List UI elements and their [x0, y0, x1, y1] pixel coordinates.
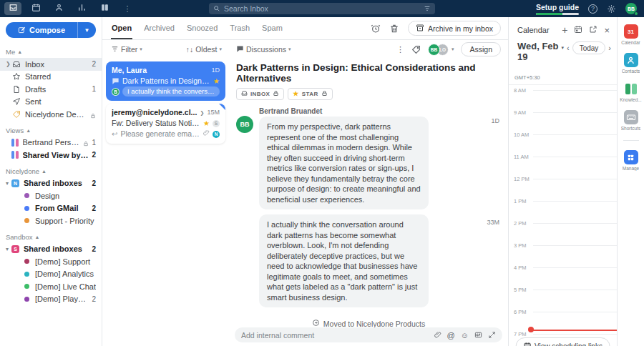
inbox-color-dot [24, 218, 29, 223]
compose-dropdown-button[interactable]: ▼ [77, 22, 96, 38]
sidebar-item-bertrand-personal-view[interactable]: Bertrand Personal ... 1 [0, 137, 102, 149]
sidebar-item-shared-view[interactable]: Shared View by Ber... 2 [0, 149, 102, 162]
compose-button[interactable]: Compose [6, 26, 77, 35]
archive-button[interactable]: Archive in my inbox [408, 21, 501, 36]
setup-guide-button[interactable]: Setup guide [536, 3, 579, 15]
conversation-time: 15M [207, 107, 220, 118]
more-options-icon[interactable]: ⋮ [396, 45, 404, 54]
inbox-nav-button[interactable] [4, 2, 21, 15]
sidebar-item-demo-live-chat[interactable]: [Demo] Live Chat [0, 280, 102, 293]
topbar: ⋮ Setup guide ? BB [0, 0, 644, 17]
user-avatar[interactable]: BB [625, 3, 637, 14]
filter-dropdown[interactable]: Filter ▾ [111, 45, 142, 54]
inbox-label-badge[interactable]: INBOX [236, 88, 284, 100]
calendar-day-grid[interactable]: 8 AM 9 AM 10 AM 11 AM 12 PM 1 PM 2 PM 3 … [509, 84, 617, 346]
analytics-nav-button[interactable] [73, 2, 90, 15]
section-header-sandbox[interactable]: Sandbox▲ [0, 227, 102, 243]
search-icon [213, 2, 220, 15]
today-button[interactable]: Today [572, 41, 606, 54]
tab-snoozed[interactable]: Snoozed [186, 17, 218, 39]
label-tag-icon[interactable] [411, 45, 421, 54]
snooze-icon[interactable] [371, 24, 381, 34]
chevron-down-icon[interactable]: ▾ [561, 45, 564, 51]
view-scheduling-links-button[interactable]: View scheduling links [515, 337, 610, 346]
gif-image-icon[interactable] [474, 331, 482, 339]
inbox-color-dot [24, 259, 29, 264]
assignee-avatars[interactable]: BB LO ▾ [428, 44, 454, 56]
comment-input[interactable] [241, 331, 434, 340]
assign-button[interactable]: Assign [461, 42, 501, 56]
conversation-item[interactable]: jeremy@nicelydone.cl... ❯ 15M Fw: Delive… [106, 104, 225, 144]
sidebar-item-starred[interactable]: Starred [0, 71, 102, 84]
rail-item-shortcuts[interactable]: Shortcuts [618, 110, 644, 131]
sidebar-item-nicelydone-design[interactable]: Nicelydone Design [0, 108, 102, 121]
expand-icon[interactable] [488, 331, 496, 339]
sidebar-item-demo-analytics[interactable]: [Demo] Analytics [0, 268, 102, 281]
inbox-color-dot [24, 206, 29, 211]
list-thread-header: Open Archived Snoozed Trash Spam Archive… [102, 17, 508, 40]
emoji-icon[interactable]: ☺ [461, 331, 469, 340]
star-icon[interactable]: ★ [213, 76, 220, 86]
section-header-me[interactable]: Me▲ [0, 42, 102, 58]
open-external-icon[interactable] [589, 24, 597, 36]
sidebar-item-nicelydone-shared-inboxes[interactable]: ▾ N Shared inboxes 2 [0, 177, 102, 190]
inbox-color-dot [24, 297, 29, 302]
section-header-views[interactable]: Views▲ [0, 121, 102, 137]
mention-icon[interactable]: @ [447, 331, 455, 340]
search-input[interactable] [220, 4, 424, 13]
rail-item-knowledge[interactable]: Knowled... [618, 81, 644, 102]
rail-divider [623, 140, 639, 141]
online-status-dot [634, 11, 638, 16]
section-header-nicelydone[interactable]: Nicelydone▲ [0, 162, 102, 177]
help-icon[interactable]: ? [588, 4, 597, 14]
trash-icon[interactable] [389, 24, 399, 34]
message[interactable]: BB Bertrand Bruandet From my perspective… [236, 107, 501, 209]
close-icon[interactable]: × [604, 25, 610, 36]
more-nav-button[interactable]: ⋮ [119, 2, 136, 15]
rail-item-calendar[interactable]: 31 Calendar [618, 24, 644, 45]
sidebar-item-demo-playground[interactable]: [Demo] Playground 2 [0, 293, 102, 306]
discussions-dropdown[interactable]: Discussions ▾ [236, 45, 291, 54]
search-filter-icon[interactable] [424, 2, 431, 15]
search-bar[interactable] [209, 3, 435, 14]
tab-open[interactable]: Open [111, 17, 132, 39]
attach-icon[interactable] [434, 331, 441, 339]
chevron-down-icon: ▾ [219, 46, 222, 52]
settings-icon[interactable] [607, 4, 616, 14]
star-label-badge[interactable]: ★ STAR [288, 88, 332, 100]
chevron-right-icon: ❯ [200, 107, 205, 118]
sidebar-item-sandbox-shared-inboxes[interactable]: ▾ S Shared inboxes 2 [0, 243, 102, 256]
next-day-button[interactable]: › [607, 44, 613, 52]
chevron-down-icon: ▾ [6, 180, 11, 187]
sidebar-item-drafts[interactable]: Drafts 1 [0, 83, 102, 96]
sidebar-item-support-priority[interactable]: Support - Priority [0, 214, 102, 227]
contacts-nav-button[interactable] [50, 2, 67, 15]
tab-spam[interactable]: Spam [261, 17, 283, 39]
tab-archived[interactable]: Archived [143, 17, 175, 39]
sidebar-item-demo-support[interactable]: [Demo] Support [0, 255, 102, 268]
internal-comment-bar[interactable]: @ ☺ [235, 327, 502, 342]
calendar-nav-button[interactable] [27, 2, 44, 15]
inbox-color-dot [24, 284, 29, 289]
send-icon [11, 97, 21, 107]
sidebar-item-sent[interactable]: Sent [0, 96, 102, 109]
message[interactable]: I actually think the conversation around… [236, 214, 501, 307]
rail-item-manage[interactable]: Manage [618, 150, 644, 171]
sidebar-item-inbox[interactable]: ❯ Inbox 2 [0, 58, 102, 71]
message-time: 1D [491, 117, 499, 124]
sidebar-item-design[interactable]: Design [0, 189, 102, 202]
calendar-view-icon[interactable] [574, 24, 582, 36]
sort-dropdown[interactable]: ↑↓ Oldest ▾ [186, 45, 222, 54]
split-view-nav-button[interactable] [96, 2, 113, 15]
add-event-icon[interactable]: + [562, 25, 567, 35]
hour-label: 11 AM [514, 154, 530, 160]
draft-icon [11, 84, 21, 94]
chevron-down-icon: ▾ [6, 246, 11, 252]
conversation-item-selected[interactable]: Me, Laura 1D Dark Patterns in Design: E.… [106, 61, 225, 101]
tab-trash[interactable]: Trash [229, 17, 250, 39]
star-icon[interactable]: ★ [203, 118, 210, 129]
sidebar-item-from-gmail[interactable]: From GMail 2 [0, 202, 102, 215]
rail-item-contacts[interactable]: Contacts [618, 53, 644, 74]
hour-line [533, 312, 617, 312]
prev-day-button[interactable]: ‹ [565, 44, 571, 52]
